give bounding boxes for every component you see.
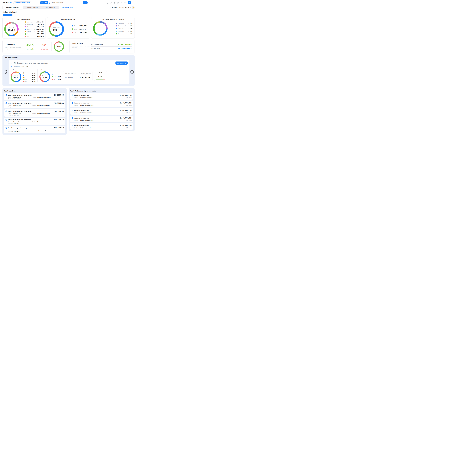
carousel-next-button[interactable] xyxy=(130,70,134,74)
all-pipelines-title: All Pipelines (06) xyxy=(5,57,134,59)
lead-value: 240,000 USD xyxy=(54,110,64,112)
inbox-icon[interactable] xyxy=(110,2,112,4)
logo-win: Win xyxy=(8,1,12,4)
leads-count: 1248 Leads xyxy=(126,112,132,113)
company-leads-donut: All Leads 124.1 K xyxy=(4,22,18,36)
legend-value: 124578,1458 xyxy=(80,32,87,33)
rank-badge: 4 xyxy=(72,117,73,119)
performer-item[interactable]: 4 Users name goes here 8,440,000 USD Pip… xyxy=(70,116,133,122)
legend-value: 12345,12458 xyxy=(36,28,44,30)
home-icon[interactable] xyxy=(106,2,108,4)
profile-chevron-down-icon[interactable] xyxy=(133,2,135,4)
date-chevron-down-icon[interactable] xyxy=(130,7,131,8)
search-input[interactable] xyxy=(50,1,83,4)
carousel-prev-button[interactable] xyxy=(5,70,8,74)
conversion-donut: 67% xyxy=(54,41,64,52)
legend-label: Promotion xyxy=(118,28,127,29)
won-lead-item[interactable]: 4 Lead’s name goes here long name... 240… xyxy=(4,118,65,125)
legend-sep: : xyxy=(31,71,32,73)
pipeline-leads-center-label: All Leads xyxy=(14,75,18,76)
company-actions-center-value: 58.1 K xyxy=(53,29,59,31)
legend-swatch xyxy=(25,31,26,32)
lead-name: Lead’s name goes here long name... xyxy=(8,94,32,96)
company-leads-title: All Company Leads xyxy=(4,19,44,20)
performer-item[interactable]: 5 Users name goes here 8,440,000 USD Pip… xyxy=(70,123,133,130)
legend-label: Won xyxy=(24,79,30,80)
legend-value: 12345 xyxy=(32,79,35,80)
pipeline-actions-block: Actions All Actions 98124 Todo :12345 Do xyxy=(39,69,61,82)
top-bar: salesWin Green solutions (PVT) LTD Lead … xyxy=(0,0,137,5)
user-avatar[interactable]: DM xyxy=(128,1,131,4)
target-icon[interactable] xyxy=(113,2,116,4)
owner-label: Owner xyxy=(8,105,11,106)
legend-label: Done xyxy=(74,28,77,30)
all-pipelines-panel: All Pipelines (06) Pipeline name goes he… xyxy=(2,55,135,86)
performer-item[interactable]: 3 Users name goes here 8,440,000 USD Pip… xyxy=(70,108,133,115)
legend-swatch xyxy=(25,36,26,37)
won-lead-item[interactable]: 3 Lead’s name goes here long name... 240… xyxy=(4,109,65,117)
legend-label: Late xyxy=(74,32,77,33)
won-lead-item[interactable]: 1 Lead’s name goes here long name... 240… xyxy=(4,93,65,100)
date-range-area: 2024 April 28 - 2024 May 05 xyxy=(109,6,135,9)
conversion-subtitle: (Won percentage of completed leads) xyxy=(5,46,23,50)
pipeline-actions-legend: Todo :12345 Done:12345 Late:12345 xyxy=(51,73,61,80)
assigned-goals-button[interactable]: 3 Assigned Goals xyxy=(60,6,76,9)
contacts-icon[interactable] xyxy=(117,2,119,4)
legend-sep: : xyxy=(78,25,79,27)
legend-label: Unassigned xyxy=(24,71,30,73)
conversion-percent: 67% xyxy=(57,46,61,48)
legend-value: 12345 xyxy=(32,77,35,78)
add-lead-button[interactable]: Lead xyxy=(40,1,48,4)
legend-sep: : xyxy=(128,28,129,29)
owner-value: Alexander Jones xyxy=(13,113,21,114)
legend-swatch xyxy=(25,21,26,23)
pipeline-value: Pipeline name goes here... xyxy=(80,112,93,113)
date-range[interactable]: 2024 April 28 - 2024 May 05 xyxy=(112,7,129,8)
legend-label: Lost xyxy=(24,81,30,82)
legend-value: 12345 xyxy=(32,73,35,75)
settings-gear-icon[interactable] xyxy=(120,2,122,4)
owner-label: Owner xyxy=(8,121,11,122)
performer-value: 8,440,000 USD xyxy=(120,94,132,96)
legend-swatch xyxy=(116,25,117,26)
legend-label: Todo xyxy=(74,25,77,27)
dashboard-tab-group: Company Dashboard Pipelines Dashboard Us… xyxy=(2,6,59,9)
lost-leads-stat: 524 Lost Leads xyxy=(37,43,51,50)
performer-value: 8,440,000 USD xyxy=(120,109,132,111)
legend-label: Done xyxy=(53,76,56,77)
won-lead-item[interactable]: 2 Lead’s name goes here long name... 240… xyxy=(4,101,65,108)
pipeline-leads-block: Leads All Leads 98124 Unassigned:12345 N xyxy=(11,69,35,82)
won-lead-item[interactable]: 5 Lead’s name goes here long name... 240… xyxy=(4,126,65,133)
owner-label: Owner xyxy=(8,97,11,98)
pipeline-actions-label: Actions xyxy=(39,69,61,71)
view-details-button[interactable]: View Details xyxy=(116,62,128,65)
legend-swatch xyxy=(23,79,24,80)
lead-value: 240,000 USD xyxy=(54,102,64,104)
sales-values-card: Sales Values (Won and Estimated Values o… xyxy=(69,40,135,53)
performer-item[interactable]: 1 Users name goes here 8,440,000 USD Pip… xyxy=(70,93,133,100)
pipeline-value: Pipeline name goes here... xyxy=(80,105,93,106)
performer-item[interactable]: 2 Users name goes here 8,440,000 USD Pip… xyxy=(70,101,133,107)
pipeline-leads-legend: Unassigned:12345 New:12345 Active:12345 … xyxy=(23,71,35,82)
notifications-bell-icon[interactable] xyxy=(124,2,126,4)
top-won-leads-panel: Top 5 won leads 1 Lead’s name goes here … xyxy=(2,88,67,135)
leads-count: 1248 Leads xyxy=(126,120,132,121)
legend-swatch xyxy=(116,33,117,34)
legend-value: 12345,12458 xyxy=(36,26,44,28)
tips-lightbulb-icon[interactable] xyxy=(132,6,135,9)
tab-user-dashboard[interactable]: User Dashboard xyxy=(42,6,59,9)
pipeline-values-box: Total Estimated Value 45,225,000 USD Tot… xyxy=(63,71,93,80)
legend-label: New year promo xyxy=(118,33,127,34)
legend-label: Todo : xyxy=(53,73,56,75)
leads-count: 1248 Leads xyxy=(126,105,132,106)
search-button[interactable] xyxy=(83,1,87,4)
tab-pipelines-dashboard[interactable]: Pipelines Dashboard xyxy=(23,6,42,9)
summary-cards-row: All Company Leads All Leads 124.1 K Raw … xyxy=(2,17,135,38)
assignee-value: John carter xyxy=(14,106,20,107)
tab-company-dashboard[interactable]: Company Dashboard xyxy=(3,6,23,9)
legend-sep: : xyxy=(31,73,32,75)
legend-swatch xyxy=(72,25,73,26)
bottom-sections: Top 5 won leads 1 Lead’s name goes here … xyxy=(2,88,135,135)
legend-label: Frozen xyxy=(24,77,30,78)
legend-label: Late xyxy=(53,79,56,80)
